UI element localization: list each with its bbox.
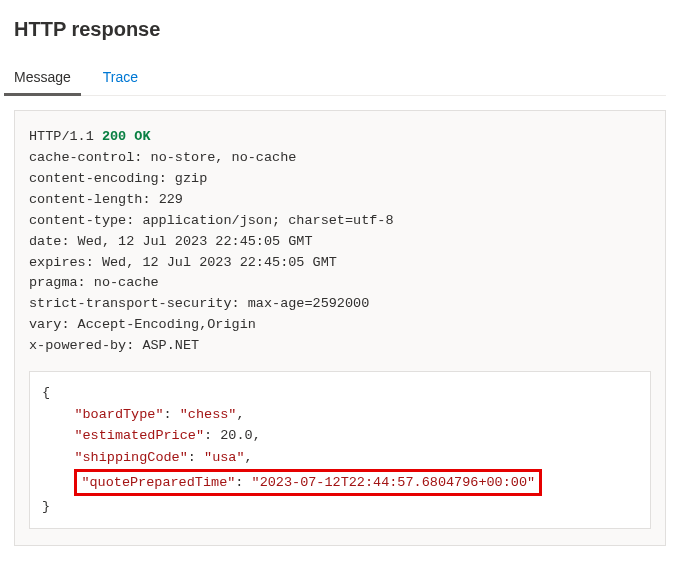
json-val-quotePreparedTime: "2023-07-12T22:44:57.6804796+00:00" [252,475,536,490]
json-val-boardType: "chess" [180,407,237,422]
json-key-shippingCode: "shippingCode" [74,450,187,465]
response-body: { "boardType": "chess", "estimatedPrice"… [29,371,651,529]
header-line: date: Wed, 12 Jul 2023 22:45:05 GMT [29,234,313,249]
header-line: cache-control: no-store, no-cache [29,150,296,165]
highlight-annotation: "quotePreparedTime": "2023-07-12T22:44:5… [74,469,542,497]
page-title: HTTP response [14,18,666,41]
response-panel: HTTP/1.1 200 OK cache-control: no-store,… [14,110,666,546]
header-line: strict-transport-security: max-age=25920… [29,296,369,311]
header-line: pragma: no-cache [29,275,159,290]
header-line: x-powered-by: ASP.NET [29,338,199,353]
json-key-boardType: "boardType" [74,407,163,422]
tab-trace[interactable]: Trace [103,61,138,95]
tab-message[interactable]: Message [14,61,71,95]
tab-bar: Message Trace [14,61,666,96]
header-line: content-length: 229 [29,192,183,207]
http-status: 200 OK [102,129,151,144]
header-line: content-encoding: gzip [29,171,207,186]
header-line: expires: Wed, 12 Jul 2023 22:45:05 GMT [29,255,337,270]
header-line: vary: Accept-Encoding,Origin [29,317,256,332]
json-key-estimatedPrice: "estimatedPrice" [74,428,204,443]
json-val-shippingCode: "usa" [204,450,245,465]
json-val-estimatedPrice: 20.0 [220,428,252,443]
response-headers: HTTP/1.1 200 OK cache-control: no-store,… [29,127,651,357]
http-protocol: HTTP/1.1 [29,129,94,144]
header-line: content-type: application/json; charset=… [29,213,394,228]
json-key-quotePreparedTime: "quotePreparedTime" [81,475,235,490]
